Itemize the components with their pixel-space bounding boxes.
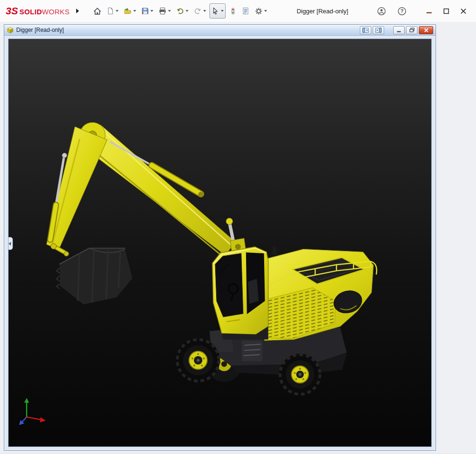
collapse-arrow-icon bbox=[9, 242, 11, 246]
new-document-dropdown-caret[interactable] bbox=[116, 10, 119, 12]
document-properties-button[interactable] bbox=[240, 3, 251, 19]
part-document-icon bbox=[7, 27, 14, 34]
new-document-button[interactable] bbox=[105, 3, 120, 19]
login-button[interactable] bbox=[374, 4, 388, 18]
z-axis-arrow[interactable] bbox=[22, 417, 27, 422]
save-icon bbox=[141, 7, 149, 15]
open-dropdown-caret[interactable] bbox=[133, 10, 136, 12]
excavator-model[interactable] bbox=[9, 39, 431, 446]
close-button[interactable] bbox=[456, 4, 470, 18]
view-orientation-label: *Dimetric bbox=[12, 438, 40, 446]
display-settings-button[interactable] bbox=[227, 3, 238, 19]
user-account-icon bbox=[377, 7, 386, 16]
close-icon bbox=[460, 8, 466, 14]
open-button[interactable] bbox=[122, 3, 138, 19]
document-close-button[interactable] bbox=[419, 26, 433, 34]
bucket[interactable] bbox=[57, 248, 133, 305]
document-properties-icon bbox=[242, 7, 249, 15]
home-icon bbox=[93, 7, 101, 15]
select-tool-button[interactable] bbox=[209, 3, 226, 19]
document-window-title: Digger [Read-only] bbox=[16, 27, 64, 33]
titlebar-right-controls: ? bbox=[374, 4, 470, 18]
document-restore-icon bbox=[409, 28, 415, 32]
traffic-light-icon bbox=[229, 7, 237, 15]
document-close-icon bbox=[424, 28, 429, 33]
document-window-buttons bbox=[360, 26, 433, 34]
help-button[interactable]: ? bbox=[395, 4, 409, 18]
pane-right-icon bbox=[375, 28, 382, 33]
main-toolbar bbox=[91, 3, 269, 19]
pane-previous-button[interactable] bbox=[360, 26, 371, 34]
graphics-viewport[interactable]: *Dimetric bbox=[8, 39, 432, 447]
print-button[interactable] bbox=[157, 3, 173, 19]
document-restore-button[interactable] bbox=[406, 26, 417, 34]
undo-button[interactable] bbox=[174, 3, 190, 19]
undo-icon bbox=[176, 7, 184, 15]
new-document-icon bbox=[107, 7, 114, 15]
print-icon bbox=[159, 7, 167, 15]
redo-icon bbox=[194, 7, 202, 15]
minimize-icon bbox=[426, 8, 432, 14]
logo-works-text: WORKS bbox=[42, 8, 69, 16]
open-folder-icon bbox=[124, 7, 132, 15]
logo-3s-mark: 3S bbox=[6, 5, 18, 17]
document-minimize-icon bbox=[397, 28, 401, 32]
client-area: Digger [Read-only] bbox=[0, 22, 476, 453]
save-button[interactable] bbox=[139, 3, 155, 19]
home-button[interactable] bbox=[91, 3, 103, 19]
pane-next-button[interactable] bbox=[373, 26, 384, 34]
pane-left-icon bbox=[362, 28, 369, 33]
boom-arm[interactable] bbox=[47, 122, 236, 256]
cab[interactable] bbox=[212, 247, 268, 339]
print-dropdown-caret[interactable] bbox=[168, 10, 171, 12]
redo-dropdown-caret[interactable] bbox=[203, 10, 206, 12]
feature-manager-collapse-tab[interactable] bbox=[8, 237, 13, 250]
maximize-icon bbox=[443, 8, 449, 14]
document-minimize-button[interactable] bbox=[393, 26, 405, 34]
select-cursor-icon bbox=[211, 7, 219, 15]
logo-solid-text: SOLID bbox=[20, 8, 42, 16]
select-dropdown-caret[interactable] bbox=[221, 10, 224, 12]
document-window-titlebar[interactable]: Digger [Read-only] bbox=[4, 25, 436, 36]
window-controls bbox=[422, 4, 470, 18]
options-button[interactable] bbox=[253, 3, 269, 19]
gear-icon bbox=[255, 7, 263, 15]
help-glyph: ? bbox=[400, 8, 403, 14]
redo-button[interactable] bbox=[192, 3, 208, 19]
rear-near-wheel[interactable] bbox=[279, 354, 321, 395]
x-axis-arrow[interactable] bbox=[27, 417, 42, 420]
save-dropdown-caret[interactable] bbox=[150, 10, 153, 12]
active-document-title: Digger [Read-only] bbox=[297, 8, 348, 15]
solidworks-logo[interactable]: 3S SOLID WORKS bbox=[6, 5, 69, 17]
maximize-button[interactable] bbox=[439, 4, 453, 18]
options-dropdown-caret[interactable] bbox=[264, 10, 267, 12]
status-bar bbox=[0, 453, 476, 476]
minimize-button[interactable] bbox=[422, 4, 436, 18]
undo-dropdown-caret[interactable] bbox=[186, 10, 188, 12]
document-window: Digger [Read-only] bbox=[4, 24, 436, 451]
logo-flyout-arrow-icon[interactable] bbox=[76, 9, 79, 13]
help-icon: ? bbox=[397, 7, 407, 16]
front-near-wheel[interactable] bbox=[176, 338, 220, 382]
app-titlebar: 3S SOLID WORKS bbox=[0, 0, 476, 22]
orientation-triad[interactable] bbox=[16, 396, 50, 429]
